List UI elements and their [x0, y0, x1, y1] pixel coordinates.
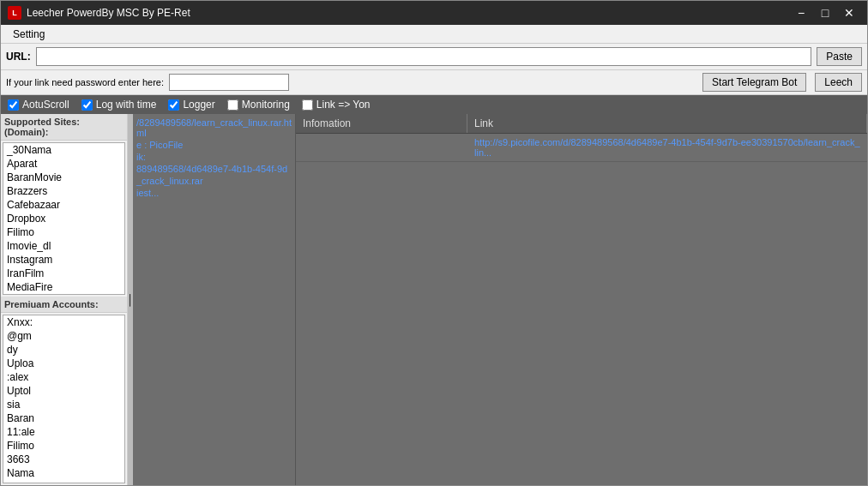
list-item[interactable]: BaranMovie — [3, 171, 124, 184]
options-bar: AotuScroll Log with time Logger Monitori… — [1, 95, 867, 114]
minimize-button[interactable]: − — [790, 4, 812, 21]
list-item[interactable]: dy — [3, 343, 124, 357]
premium-section: Premiuam Accounts: Xnxx:@gmdyUploa:alexU… — [1, 297, 127, 485]
log-time-option[interactable]: Log with time — [81, 99, 157, 111]
list-item[interactable]: Nama — [3, 466, 124, 480]
url-bar: URL: Paste — [1, 44, 867, 70]
list-item[interactable]: Aparat — [3, 157, 124, 171]
middle-link-item[interactable]: _crack_linux.rar — [136, 176, 292, 186]
password-bar: If your link need password enter here: S… — [1, 70, 867, 95]
list-item[interactable]: 3663 — [3, 453, 124, 466]
premium-accounts-title: Premiuam Accounts: — [1, 297, 127, 313]
col-info: Infomation — [296, 114, 467, 133]
logger-label: Logger — [183, 99, 214, 111]
list-item[interactable]: IranFilm — [3, 267, 124, 280]
list-item[interactable]: :alex — [3, 370, 124, 384]
url-input[interactable] — [36, 47, 812, 66]
table-cell-link[interactable]: http://s9.picofile.com/d/8289489568/4d64… — [467, 134, 867, 161]
supported-sites-title: Supported Sites:(Domain): — [1, 114, 127, 141]
list-item[interactable]: Cafebazaar — [3, 198, 124, 212]
middle-link-item[interactable]: ik: — [136, 152, 292, 162]
paste-button[interactable]: Paste — [817, 47, 862, 66]
middle-link-item[interactable]: iest... — [136, 188, 292, 198]
autoscroll-checkbox[interactable] — [8, 99, 19, 111]
link-yon-label: Link => Yon — [316, 99, 371, 111]
list-item[interactable]: MediaFire — [3, 280, 124, 294]
title-bar-controls: − □ ✕ — [790, 4, 860, 21]
list-item[interactable]: Dropbox — [3, 212, 124, 225]
premium-accounts-list[interactable]: Xnxx:@gmdyUploa:alexUptolsiaBaran11:aleF… — [3, 315, 125, 483]
link-yon-option[interactable]: Link => Yon — [302, 99, 371, 111]
list-item[interactable]: Namava — [3, 294, 124, 295]
right-panel: Infomation Link http://s9.picofile.com/d… — [296, 114, 867, 485]
list-item[interactable]: Instagram — [3, 253, 124, 267]
table-row: http://s9.picofile.com/d/8289489568/4d64… — [296, 134, 867, 162]
password-input[interactable] — [169, 74, 289, 91]
telegram-section: Start Telegram Bot Leech — [702, 73, 862, 92]
list-item[interactable]: Uploa — [3, 357, 124, 370]
list-item[interactable]: Filimo — [3, 439, 124, 453]
maximize-button[interactable]: □ — [814, 4, 836, 21]
menu-bar: Setting — [1, 25, 867, 44]
telegram-button[interactable]: Start Telegram Bot — [702, 73, 806, 92]
list-item[interactable]: Baran — [3, 411, 124, 425]
table-header: Infomation Link — [296, 114, 867, 134]
list-item[interactable]: Xnxx: — [3, 315, 124, 329]
password-label: If your link need password enter here: — [6, 77, 164, 87]
middle-link-item[interactable]: e : PicoFile — [136, 140, 292, 150]
middle-content: /8289489568/learn_crack_linux.rar.htmle … — [133, 114, 295, 485]
leech-button[interactable]: Leech — [815, 73, 862, 92]
logger-checkbox[interactable] — [168, 99, 179, 111]
list-item[interactable]: @gm — [3, 329, 124, 343]
link-yon-checkbox[interactable] — [302, 99, 313, 111]
col-link: Link — [467, 114, 867, 133]
title-bar-text: Leecher PowerdBy MSC By PE-Ret — [27, 7, 790, 19]
supported-sites-list[interactable]: _30NamaAparatBaranMovieBrazzersCafebazaa… — [3, 142, 125, 295]
main-window: L Leecher PowerdBy MSC By PE-Ret − □ ✕ S… — [0, 0, 868, 486]
left-panel: Supported Sites:(Domain): _30NamaAparatB… — [1, 114, 128, 485]
list-item[interactable]: Imovie_dl — [3, 239, 124, 253]
list-item[interactable]: _30Nama — [3, 143, 124, 157]
log-time-label: Log with time — [96, 99, 157, 111]
monitoring-checkbox[interactable] — [227, 99, 238, 111]
list-item[interactable]: Brazzers — [3, 184, 124, 198]
list-item[interactable]: 11:ale — [3, 425, 124, 439]
list-item[interactable]: Uptol — [3, 384, 124, 398]
url-label: URL: — [6, 51, 31, 63]
middle-link-item[interactable]: /8289489568/learn_crack_linux.rar.html — [136, 117, 292, 138]
title-bar: L Leecher PowerdBy MSC By PE-Ret − □ ✕ — [1, 1, 867, 25]
logger-option[interactable]: Logger — [168, 99, 214, 111]
log-time-checkbox[interactable] — [81, 99, 93, 111]
table-body: http://s9.picofile.com/d/8289489568/4d64… — [296, 134, 867, 485]
list-item[interactable]: sia — [3, 398, 124, 411]
list-item[interactable]: Filimo — [3, 225, 124, 239]
list-item[interactable]: @live — [3, 480, 124, 483]
main-content: Supported Sites:(Domain): _30NamaAparatB… — [1, 114, 867, 485]
autoscroll-option[interactable]: AotuScroll — [8, 99, 69, 111]
app-icon: L — [8, 6, 21, 20]
autoscroll-label: AotuScroll — [22, 99, 69, 111]
monitoring-label: Monitoring — [242, 99, 290, 111]
table-cell-info — [296, 134, 467, 161]
middle-link-item[interactable]: 889489568/4d6489e7-4b1b-454f-9d — [136, 164, 292, 174]
menu-item-setting[interactable]: Setting — [6, 27, 51, 42]
close-button[interactable]: ✕ — [838, 4, 860, 21]
middle-panel: /8289489568/learn_crack_linux.rar.htmle … — [133, 114, 296, 485]
monitoring-option[interactable]: Monitoring — [227, 99, 290, 111]
